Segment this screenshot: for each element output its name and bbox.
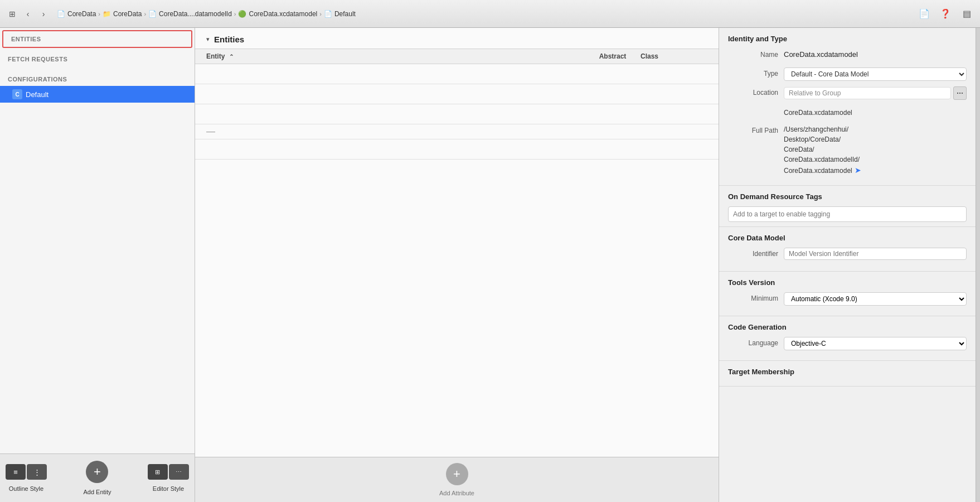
- toolbar-right: 📄 ❓ ▤: [916, 6, 974, 22]
- inspector-row-name: Name CoreData.xcdatamodel: [728, 49, 967, 63]
- add-attribute-label: Add Attribute: [439, 490, 474, 496]
- breadcrumb-link-2[interactable]: CoreData....datamodelId: [159, 10, 232, 18]
- inspector-row-filename: CoreData.xcdatamodel: [728, 105, 967, 120]
- inspector-row-fullpath: Full Path /Users/zhangchenhui/Desktop/Co…: [728, 124, 967, 176]
- toolsversion-title: Tools Version: [728, 278, 967, 287]
- type-label: Type: [728, 67, 784, 78]
- breadcrumb-link-1[interactable]: CoreData: [113, 10, 142, 18]
- sidebar-section-entities: ENTITIES: [2, 30, 192, 48]
- add-entity-group[interactable]: + Add Entity: [83, 461, 111, 495]
- inspector-row-type: Type Default - Core Data Model: [728, 67, 967, 82]
- location-btn[interactable]: ⋯: [953, 86, 967, 100]
- table-row-1: [195, 64, 719, 84]
- entities-header-row: ▾ Entities: [195, 28, 719, 49]
- name-value: CoreData.xcdatamodel: [784, 49, 967, 59]
- breadcrumb-sep-1: ›: [144, 11, 146, 17]
- nav-icons: ⊞ ‹ ›: [6, 7, 50, 21]
- back-btn[interactable]: ‹: [21, 7, 35, 21]
- editor-style-icons: ⊞ ⋯: [148, 464, 189, 480]
- help-icon-btn[interactable]: ❓: [938, 6, 953, 22]
- grid-view-btn[interactable]: ⊞: [6, 7, 19, 21]
- location-label: Location: [728, 86, 784, 96]
- inspector-panel: Identity and Type Name CoreData.xcdatamo…: [719, 28, 976, 502]
- breadcrumb-item-2: 📄 CoreData....datamodelId: [148, 10, 232, 18]
- sidebar-item-label-default: Default: [26, 90, 48, 99]
- editor-style-label: Editor Style: [153, 485, 184, 492]
- forward-btn[interactable]: ›: [37, 7, 50, 21]
- breadcrumb-item-4: 📄 Default: [324, 10, 356, 18]
- inspector-section-ondemand: On Demand Resource Tags: [719, 186, 976, 227]
- tags-input[interactable]: [728, 206, 967, 222]
- inspector-panel-btn[interactable]: ▤: [959, 6, 974, 22]
- editor-style-group[interactable]: ⊞ ⋯ Editor Style: [148, 464, 189, 492]
- language-label: Language: [728, 337, 784, 347]
- sidebar-section-fetch-requests: FETCH REQUESTS: [0, 50, 195, 66]
- fullpath-link: CoreData.xcdatamodel ➤: [784, 165, 861, 176]
- table-row-5: [195, 139, 719, 160]
- codegeneration-title: Code Generation: [728, 323, 967, 331]
- entities-title: Entities: [214, 35, 244, 44]
- dash-row: —: [195, 124, 719, 139]
- targetmembership-title: Target Membership: [728, 368, 967, 376]
- add-attribute-btn[interactable]: +: [446, 463, 468, 485]
- sidebar-item-default[interactable]: C Default: [0, 86, 195, 103]
- breadcrumb-link-0[interactable]: CoreData: [67, 10, 96, 18]
- minimum-select-wrapper: Automatic (Xcode 9.0) Xcode 9.0 Xcode 8.…: [784, 292, 967, 306]
- add-attribute-group[interactable]: + Add Attribute: [439, 463, 474, 496]
- breadcrumb-sep-0: ›: [98, 11, 100, 17]
- folder-icon-1: 📁: [103, 10, 111, 18]
- file-icon-3: 🟢: [238, 10, 246, 18]
- table-row-3: [195, 104, 719, 124]
- entities-section: ▾ Entities Entity ⌃ Abstract Class —: [195, 28, 719, 457]
- main-layout: ENTITIES FETCH REQUESTS CONFIGURATIONS C…: [0, 28, 980, 502]
- breadcrumb-link-4[interactable]: Default: [334, 10, 356, 18]
- outline-style-label: Outline Style: [9, 485, 43, 492]
- add-entity-label: Add Entity: [83, 489, 111, 495]
- identifier-input[interactable]: [784, 248, 967, 260]
- sidebar-section-configurations: CONFIGURATIONS: [0, 70, 195, 86]
- minimum-label: Minimum: [728, 292, 784, 302]
- breadcrumb: 📄 CoreData › 📁 CoreData › 📄 CoreData....…: [57, 10, 356, 18]
- center-content: ▾ Entities Entity ⌃ Abstract Class — +: [195, 28, 719, 502]
- inspector-section-coredatamodel: Core Data Model Identifier: [719, 227, 976, 272]
- coredatamodel-title: Core Data Model: [728, 234, 967, 242]
- configuration-icon: C: [12, 89, 22, 99]
- breadcrumb-sep-2: ›: [234, 11, 236, 17]
- entities-triangle: ▾: [206, 36, 210, 43]
- breadcrumb-item-0: 📄 CoreData: [57, 10, 96, 18]
- fullpath-label: Full Path: [728, 124, 784, 134]
- center-bottom-bar: + Add Attribute: [195, 457, 719, 502]
- outline-style-group[interactable]: ≡ ⋮ Outline Style: [6, 464, 47, 492]
- breadcrumb-link-3[interactable]: CoreData.xcdatamodel: [249, 10, 317, 18]
- minimum-select[interactable]: Automatic (Xcode 9.0) Xcode 9.0 Xcode 8.…: [784, 292, 967, 306]
- sidebar: ENTITIES FETCH REQUESTS CONFIGURATIONS C…: [0, 28, 195, 502]
- editor-style-graph-icon: ⋯: [169, 464, 189, 480]
- inspector-row-minimum: Minimum Automatic (Xcode 9.0) Xcode 9.0 …: [728, 292, 967, 307]
- type-select-wrapper: Default - Core Data Model: [784, 67, 967, 81]
- inspector-row-location: Location Relative to Group ⋯: [728, 86, 967, 101]
- scrollbar-track[interactable]: [976, 28, 980, 502]
- col-entity-header: Entity ⌃: [206, 52, 585, 60]
- fullpath-value: /Users/zhangchenhui/Desktop/CoreData/Cor…: [784, 124, 861, 176]
- table-row-2: [195, 84, 719, 104]
- inspector-row-language: Language Objective-C Swift None: [728, 337, 967, 351]
- doc-icon-btn[interactable]: 📄: [916, 6, 932, 22]
- language-select[interactable]: Objective-C Swift None: [784, 337, 967, 350]
- type-select[interactable]: Default - Core Data Model: [784, 67, 967, 81]
- identifier-label: Identifier: [728, 248, 784, 258]
- col-abstract-header: Abstract: [585, 52, 641, 60]
- inspector-row-identifier: Identifier: [728, 248, 967, 262]
- entity-table-header: Entity ⌃ Abstract Class: [195, 49, 719, 64]
- ondemand-title: On Demand Resource Tags: [728, 192, 967, 201]
- add-entity-btn[interactable]: +: [86, 461, 108, 483]
- name-label: Name: [728, 49, 784, 59]
- path-arrow-icon: ➤: [855, 165, 861, 176]
- filename-label-spacer: [728, 112, 784, 114]
- file-icon-0: 📄: [57, 10, 65, 18]
- location-placeholder-text: Relative to Group: [784, 87, 951, 99]
- inspector-section-toolsversion: Tools Version Minimum Automatic (Xcode 9…: [719, 272, 976, 316]
- outline-style-list-icon: ≡: [6, 464, 26, 480]
- language-select-wrapper: Objective-C Swift None: [784, 337, 967, 350]
- file-icon-4: 📄: [324, 10, 332, 18]
- file-icon-2: 📄: [148, 10, 157, 18]
